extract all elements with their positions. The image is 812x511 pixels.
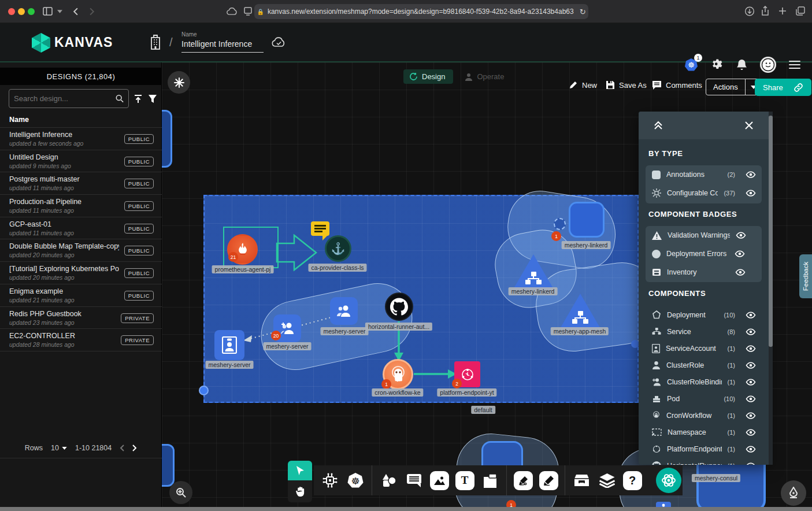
reload-icon[interactable]: ↻ [580, 8, 586, 16]
design-row[interactable]: Production-alt Pipelineupdated 11 minute… [0, 194, 162, 217]
eye-icon[interactable] [746, 171, 756, 178]
actions-button[interactable]: Actions [706, 79, 762, 95]
linkerd-deployment-label[interactable]: meshery-linkerd [562, 241, 611, 249]
design-row[interactable]: GCP-east-01updated 11 minutes agoPUBLIC [0, 217, 162, 239]
design-row[interactable]: Redis PHP Guestbookupdated 23 minutes ag… [0, 306, 162, 329]
design-search[interactable] [9, 89, 129, 108]
prometheus-label[interactable]: prometheus-agent-pj [212, 265, 274, 273]
design-row[interactable]: Postgres multi-masterupdated 11 minutes … [0, 172, 162, 194]
pan-tool-button[interactable] [288, 480, 312, 502]
linkerd-deployment-node[interactable] [569, 202, 605, 238]
column-header-name[interactable]: Name [9, 116, 29, 124]
annotation-comment-icon[interactable] [311, 221, 329, 236]
downloads-icon[interactable] [745, 6, 754, 16]
cron-workflow-label[interactable]: cron-workflow-ke [372, 388, 423, 397]
meshery-server-node-1[interactable] [330, 297, 358, 325]
close-icon[interactable] [745, 121, 753, 129]
platform-endpoint-label[interactable]: platform-endpoint-yt [437, 388, 496, 397]
sidebar-toggle-icon[interactable] [43, 7, 53, 16]
app-mesh-label[interactable]: meshery-app-mesh [551, 327, 609, 335]
eye-icon[interactable] [746, 362, 756, 369]
meshery-consul-label[interactable]: meshery-consul [692, 474, 740, 482]
meshery-server-label-2[interactable]: meshery-server [264, 342, 312, 350]
github-runner-node[interactable] [385, 292, 413, 321]
github-runner-label[interactable]: horizontal-runner-aut... [365, 323, 432, 331]
organization-icon[interactable] [149, 35, 162, 50]
ca-provider-node[interactable]: ⚓ [325, 235, 351, 262]
search-input[interactable] [14, 94, 116, 103]
ca-provider-label[interactable]: ca-provider-class-ls [308, 264, 366, 272]
marker-tool-button[interactable] [510, 468, 536, 493]
eye-icon[interactable] [735, 250, 745, 257]
component-row-horizontalrunnerautoscaler[interactable]: HorizontalRunnerAutosc… (1) [646, 457, 762, 465]
new-tab-icon[interactable] [778, 7, 787, 15]
image-tool-button[interactable] [427, 468, 452, 493]
zoom-button[interactable] [169, 481, 192, 504]
search-icon[interactable] [116, 94, 124, 103]
components-tool-button[interactable] [317, 468, 343, 493]
linkerd-badge[interactable]: 1 [551, 231, 561, 241]
eye-icon[interactable] [746, 328, 756, 335]
address-bar[interactable]: 🔒 kanvas.new/extension/meshmap?mode=desi… [254, 4, 588, 19]
back-icon[interactable] [73, 8, 78, 16]
by-type-row-configurable[interactable]: Configurable Compon… (37) [646, 184, 762, 202]
eye-icon[interactable] [735, 269, 746, 276]
design-row[interactable]: Untitled Designupdated 9 minutes agoPUBL… [0, 150, 162, 172]
meshery-server-label-1[interactable]: meshery-server [321, 327, 369, 335]
cron-workflow-badge[interactable]: 1 [381, 379, 391, 389]
comment-tool-button[interactable] [401, 468, 427, 493]
eye-icon[interactable] [746, 395, 756, 402]
design-row[interactable]: EC2-CONTROLLERupdated 28 minutes agoPRIV… [0, 328, 162, 351]
forward-icon[interactable] [90, 8, 95, 16]
eye-icon[interactable] [746, 412, 756, 419]
save-as-button[interactable]: Save As [606, 80, 647, 90]
tab-overview-icon[interactable] [796, 6, 805, 16]
component-row-service[interactable]: Service (8) [646, 323, 762, 340]
pencil-tool-button[interactable] [536, 468, 561, 493]
component-row-serviceaccount[interactable]: ServiceAccount (1) [646, 340, 762, 357]
kanvas-logo-icon[interactable] [32, 33, 50, 53]
eye-icon[interactable] [736, 232, 746, 239]
panel-scrollbar-thumb[interactable] [769, 116, 773, 347]
badge-row-inventory[interactable]: Inventory [646, 263, 762, 282]
namespace-label[interactable]: default [471, 406, 495, 414]
meshery-server-badge[interactable]: 20 [271, 331, 281, 340]
next-page-icon[interactable] [132, 445, 137, 451]
component-row-cronworkflow[interactable]: CronWorkflow (1) [646, 407, 762, 424]
meshery-server-label-3[interactable]: meshery-server [206, 361, 254, 369]
kubernetes-tool-button[interactable]: ☸ [343, 468, 368, 493]
eye-icon[interactable] [746, 462, 756, 465]
snap-to-grid-button[interactable] [168, 71, 190, 94]
new-button[interactable]: New [569, 80, 597, 90]
close-window-button[interactable] [8, 8, 15, 15]
badge-row-validation-warnings[interactable]: Validation Warnings [646, 226, 762, 245]
drawer-tool-button[interactable] [569, 468, 594, 493]
design-name-input[interactable] [181, 39, 264, 53]
layers-tool-button[interactable] [594, 468, 620, 493]
design-row[interactable]: Double Bubble Map Template-copyupdated 2… [0, 239, 162, 261]
component-row-clusterrole[interactable]: ClusterRole (1) [646, 357, 762, 373]
share-page-icon[interactable] [761, 6, 769, 16]
prev-page-icon[interactable] [120, 445, 124, 451]
select-tool-button[interactable] [288, 461, 312, 480]
import-design-icon[interactable] [134, 94, 143, 103]
chevron-down-icon[interactable] [57, 10, 62, 13]
filter-icon[interactable] [148, 94, 157, 103]
design-row[interactable]: Enigma exampleupdated 21 minutes agoPUBL… [0, 284, 162, 306]
eye-icon[interactable] [746, 429, 756, 436]
eye-icon[interactable] [746, 379, 756, 386]
platform-endpoint-badge[interactable]: 2 [452, 379, 462, 388]
reader-icon[interactable] [244, 7, 252, 16]
shapes-tool-button[interactable] [376, 468, 401, 493]
prometheus-badge[interactable]: 21 [228, 252, 238, 262]
component-row-pod[interactable]: Pod (10) [646, 390, 762, 407]
eye-icon[interactable] [746, 446, 756, 453]
text-tool-button[interactable]: T [452, 468, 477, 493]
note-tool-button[interactable] [477, 468, 503, 493]
meshery-logo-button[interactable] [656, 468, 681, 493]
help-tool-button[interactable]: ? [620, 468, 645, 493]
icloud-icon[interactable] [227, 8, 238, 15]
meshery-server-node-3[interactable] [214, 330, 244, 360]
minimize-window-button[interactable] [18, 8, 25, 15]
by-type-row-annotations[interactable]: Annotations (2) [646, 165, 762, 184]
